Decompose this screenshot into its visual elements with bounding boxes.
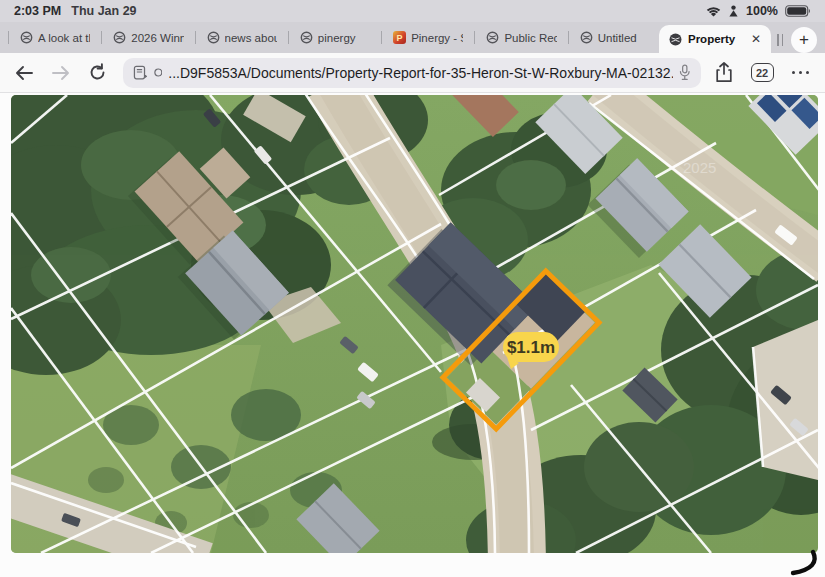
url-text: ...D9F5853A/Documents/Property-Report-fo… xyxy=(168,65,673,81)
globe-icon xyxy=(300,31,313,44)
globe-icon xyxy=(20,31,33,44)
tab-label: A look at the xyxy=(38,32,90,44)
microphone-icon[interactable] xyxy=(679,64,691,81)
tabs-overview-button[interactable]: 22 xyxy=(751,63,774,82)
globe-icon xyxy=(669,33,682,46)
tab-divider xyxy=(8,31,9,44)
page-settings-icon xyxy=(133,65,147,81)
tab-divider xyxy=(195,31,196,44)
forward-button[interactable] xyxy=(49,61,72,85)
tab-group-bars-icon[interactable] xyxy=(777,34,783,46)
tab-property-active[interactable]: Property ✕ xyxy=(659,25,771,53)
reload-button[interactable] xyxy=(86,61,109,85)
tab-divider xyxy=(568,31,569,44)
tab-pinergy-sig[interactable]: P Pinergy - Sig xyxy=(384,22,472,53)
tab-divider xyxy=(101,31,102,44)
tab-label: Pinergy - Sig xyxy=(411,32,463,44)
share-icon[interactable] xyxy=(715,62,733,83)
tab-label: Untitled xyxy=(598,32,650,44)
pdf-viewer[interactable]: $1.1m 2025 xyxy=(0,93,825,577)
tab-untitled[interactable]: Untitled xyxy=(571,22,659,53)
pinergy-favicon: P xyxy=(393,31,406,44)
property-map-image[interactable]: $1.1m 2025 xyxy=(11,95,818,553)
globe-icon xyxy=(207,31,220,44)
tab-news-about[interactable]: news about xyxy=(198,22,286,53)
new-tab-button[interactable]: + xyxy=(791,27,817,53)
price-label: $1.1m xyxy=(507,338,555,357)
hotspot-person-icon xyxy=(728,5,739,17)
imagery-watermark: 2025 xyxy=(683,159,716,176)
site-info-icon xyxy=(154,68,163,77)
wifi-icon xyxy=(706,6,721,17)
back-button[interactable] xyxy=(12,61,35,85)
status-bar: 2:03 PM Thu Jan 29 100% xyxy=(0,0,825,22)
date: Thu Jan 29 xyxy=(71,4,136,18)
tab-label: Property xyxy=(688,33,745,45)
tab-public-recor[interactable]: Public Recor xyxy=(477,22,565,53)
tab-a-look-at-the[interactable]: A look at the xyxy=(11,22,99,53)
tab-divider xyxy=(381,31,382,44)
tab-label: pinergy xyxy=(318,32,370,44)
tab-label: news about xyxy=(225,32,277,44)
close-icon[interactable]: ✕ xyxy=(751,32,761,46)
address-bar[interactable]: ...D9F5853A/Documents/Property-Report-fo… xyxy=(123,58,700,88)
clock: 2:03 PM xyxy=(14,4,61,18)
tab-label: Public Recor xyxy=(504,32,556,44)
globe-icon xyxy=(113,31,126,44)
tab-strip: A look at the 2026 Winne news about pine… xyxy=(0,22,825,53)
tab-divider xyxy=(474,31,475,44)
globe-icon xyxy=(580,31,593,44)
globe-icon xyxy=(486,31,499,44)
tab-label: 2026 Winne xyxy=(131,32,183,44)
battery-percent: 100% xyxy=(746,4,778,18)
browser-toolbar: ...D9F5853A/Documents/Property-Report-fo… xyxy=(0,53,825,93)
battery-icon xyxy=(785,5,811,17)
tab-2026-winne[interactable]: 2026 Winne xyxy=(104,22,192,53)
tab-pinergy[interactable]: pinergy xyxy=(291,22,379,53)
tab-divider xyxy=(288,31,289,44)
more-menu-icon[interactable] xyxy=(792,71,810,75)
